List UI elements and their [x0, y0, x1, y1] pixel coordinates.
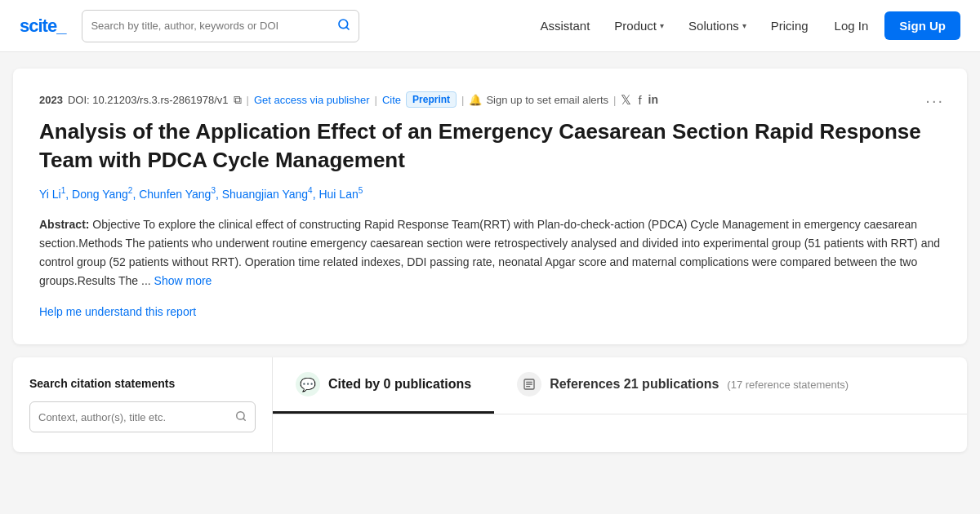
- cited-label: Cited by 0 publications: [328, 377, 471, 392]
- svg-line-3: [243, 418, 246, 420]
- paper-doi-value: 10.21203/rs.3.rs-2861978/v1: [92, 94, 228, 106]
- paper-meta: 2023 DOI: 10.21203/rs.3.rs-2861978/v1 ⧉ …: [39, 91, 941, 108]
- tabs-panel: 💬 Cited by 0 publications References 21 …: [273, 357, 967, 452]
- social-icons: 𝕏 f in: [621, 92, 658, 108]
- search-icon: [337, 18, 350, 33]
- cite-link[interactable]: Cite: [382, 94, 401, 106]
- solutions-chevron-icon: ▾: [742, 21, 746, 30]
- paper-abstract: Abstract: Objective To explore the clini…: [39, 215, 941, 290]
- signup-button[interactable]: Sign Up: [884, 11, 960, 40]
- nav-pricing[interactable]: Pricing: [761, 12, 818, 39]
- cited-icon: 💬: [296, 372, 320, 397]
- show-more-link[interactable]: Show more: [154, 274, 212, 287]
- citation-search-input-wrapper[interactable]: [29, 401, 256, 432]
- logo-text: scite: [20, 16, 56, 36]
- paper-title: Analysis of the Application Effect of an…: [39, 117, 941, 175]
- citation-search-panel: Search citation statements: [13, 357, 273, 452]
- svg-line-1: [347, 27, 350, 29]
- product-chevron-icon: ▾: [660, 21, 664, 30]
- alert-label[interactable]: Sign up to set email alerts: [486, 94, 608, 106]
- references-label: References 21 publications: [550, 377, 719, 392]
- references-icon: [517, 372, 541, 397]
- author-5[interactable]: Hui Lan5: [318, 188, 363, 201]
- main-content: ··· 2023 DOI: 10.21203/rs.3.rs-2861978/v…: [0, 69, 980, 452]
- tab-references[interactable]: References 21 publications (17 reference…: [494, 357, 871, 414]
- paper-year: 2023: [39, 94, 63, 106]
- citation-search-title: Search citation statements: [29, 377, 256, 390]
- alert-item: 🔔 Sign up to set email alerts: [469, 94, 608, 106]
- tabs-row: 💬 Cited by 0 publications References 21 …: [273, 357, 967, 414]
- preprint-badge: Preprint: [406, 91, 457, 108]
- login-button[interactable]: Log In: [823, 12, 880, 39]
- nav-assistant[interactable]: Assistant: [530, 12, 599, 39]
- paper-authors: Yi Li1, Dong Yang2, Chunfen Yang3, Shuan…: [39, 186, 941, 201]
- author-1[interactable]: Yi Li1: [39, 188, 65, 201]
- logo-underscore: _: [56, 16, 65, 36]
- help-understand-link[interactable]: Help me understand this report: [39, 305, 196, 318]
- author-4[interactable]: Shuangjian Yang4: [222, 188, 313, 201]
- twitter-icon[interactable]: 𝕏: [621, 92, 631, 108]
- search-input[interactable]: [91, 20, 331, 32]
- paper-card: ··· 2023 DOI: 10.21203/rs.3.rs-2861978/v…: [13, 69, 967, 344]
- access-publisher-link[interactable]: Get access via publisher: [254, 94, 370, 106]
- more-options-icon[interactable]: ···: [925, 91, 944, 110]
- author-2[interactable]: Dong Yang2: [72, 188, 132, 201]
- nav-links: Assistant Product ▾ Solutions ▾ Pricing …: [530, 11, 960, 40]
- navbar: scite_ Assistant Product ▾ Solutions ▾ P…: [0, 0, 980, 52]
- bottom-section: Search citation statements 💬 Cited by 0 …: [13, 357, 967, 452]
- nav-product[interactable]: Product ▾: [604, 12, 674, 39]
- logo[interactable]: scite_: [20, 16, 65, 37]
- citation-search-icon: [235, 410, 247, 424]
- linkedin-icon[interactable]: in: [648, 93, 658, 106]
- facebook-icon[interactable]: f: [638, 93, 641, 107]
- copy-doi-icon[interactable]: ⧉: [234, 93, 242, 107]
- tab-cited[interactable]: 💬 Cited by 0 publications: [273, 357, 494, 414]
- author-3[interactable]: Chunfen Yang3: [139, 188, 216, 201]
- search-bar[interactable]: [82, 10, 359, 42]
- abstract-label: Abstract:: [39, 218, 89, 231]
- bell-icon: 🔔: [469, 94, 482, 106]
- citation-search-field[interactable]: [38, 411, 230, 423]
- references-count-info: (17 reference statements): [727, 379, 849, 391]
- nav-solutions[interactable]: Solutions ▾: [679, 12, 756, 39]
- paper-doi-label: DOI: 10.21203/rs.3.rs-2861978/v1: [68, 94, 229, 106]
